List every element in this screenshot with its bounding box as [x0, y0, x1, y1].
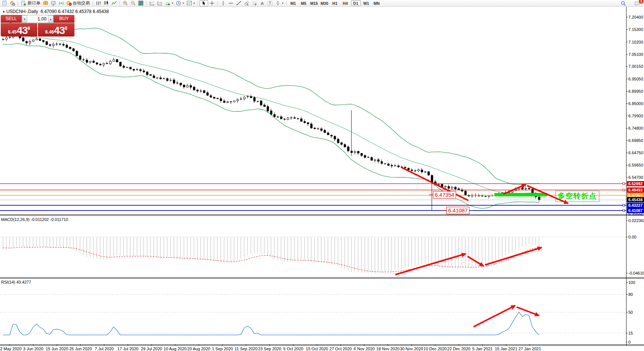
one-click-trading-panel: SELL ▼ ▲ BUY 6.45 43 8 6.46 43 8: [1, 15, 74, 37]
date-axis-label: 1 Sep 2020: [212, 347, 233, 351]
price-axis-label: 7.15300: [628, 27, 643, 32]
price-axis-label: 6.95050: [628, 77, 643, 81]
date-axis-label: 17 Jul 2020: [117, 347, 138, 351]
rsi-indicator-label: RSI(14) 43.4277: [1, 280, 31, 284]
rsi-trend-arrow[interactable]: [517, 307, 539, 316]
price-badge: 6.41087: [627, 208, 644, 213]
macd-indicator-label: MACD(12,26,9) -0.011202 -0.011710: [1, 217, 68, 222]
date-axis-label: 15 Oct 2020: [306, 347, 328, 351]
date-axis-label: 22 May 2020: [0, 347, 22, 351]
level-line-handle[interactable]: [623, 183, 625, 184]
date-axis-label: 27 Oct 2020: [329, 347, 352, 351]
price-badge: 6.49493: [627, 187, 644, 193]
date-axis-label: 11 Sep 2020: [235, 347, 258, 351]
date-axis-label: 15 Jan 2021: [495, 347, 517, 351]
buy-price-button[interactable]: 6.46 43 8: [38, 23, 74, 37]
buy-price-prefix: 6.46: [45, 29, 54, 35]
sell-price-button[interactable]: 6.45 43 8: [1, 23, 37, 37]
level-line-handle[interactable]: [623, 209, 625, 211]
macd-axis-label: 0.00: [628, 235, 636, 239]
date-axis-label: 10 Aug 2020: [164, 347, 187, 351]
volume-stepper: ▼ ▲: [22, 15, 54, 23]
buy-price-big: 43: [54, 26, 65, 35]
price-axis-label: 6.74800: [628, 126, 643, 130]
price-badge: 6.52092: [627, 181, 644, 186]
price-axis-label: 7.10200: [628, 40, 643, 44]
green-highlight-bar[interactable]: [494, 193, 547, 196]
date-axis-label: 22 Dec 2020: [447, 347, 470, 351]
rsi-axis-label: 80: [628, 292, 633, 297]
price-tag-label[interactable]: 6.47354: [433, 191, 456, 199]
bull-bear-turning-point-note[interactable]: 多空转折点: [555, 191, 599, 202]
price-badge: 6.43227: [627, 203, 644, 208]
chart-canvas[interactable]: [0, 0, 644, 351]
date-axis-label: 7 Jul 2020: [95, 347, 114, 351]
price-tag-label[interactable]: 6.41087: [446, 207, 469, 214]
price-axis-label: 7.05100: [628, 52, 643, 57]
date-axis-label: 18 Nov 2020: [376, 347, 399, 351]
sell-price-pip: 8: [28, 26, 30, 31]
sell-price-prefix: 6.45: [8, 29, 16, 35]
buy-price-pip: 8: [65, 26, 67, 31]
application-window: 新订单自动交易▾▾▾EFAT▾M1M5M15M30H1H4D1W1MN1 ▲US…: [0, 0, 644, 351]
volume-input[interactable]: [27, 15, 48, 22]
date-axis-label: 5 Jan 2021: [472, 347, 492, 351]
macd-axis-label: -0.046165: [628, 271, 644, 275]
price-axis-label: 7.00150: [628, 64, 643, 69]
date-axis-label: 15 Jun 2020: [46, 347, 68, 351]
rsi-axis-label: 0: [628, 340, 631, 344]
price-axis-label: 6.79900: [628, 114, 643, 118]
date-axis-label: 23 Sep 2020: [258, 347, 281, 351]
level-line-handle[interactable]: [623, 204, 625, 206]
date-axis-label: 20 Aug 2020: [187, 347, 210, 351]
price-badge: 6.45438: [627, 197, 644, 202]
volume-increase-button[interactable]: ▲: [48, 15, 53, 22]
price-axis-label: 6.59650: [628, 163, 643, 167]
rsi-trend-arrow[interactable]: [474, 306, 515, 327]
date-axis-label: 30 Nov 2020: [400, 347, 423, 351]
buy-button[interactable]: BUY: [54, 15, 74, 23]
rsi-axis-label: 50: [628, 310, 633, 314]
date-axis-label: 5 Oct 2020: [283, 347, 303, 351]
date-axis-label: 27 Jan 2021: [519, 347, 541, 351]
date-axis-label: 3 Jun 2020: [23, 347, 43, 351]
level-line-handle[interactable]: [623, 189, 625, 191]
volume-decrease-button[interactable]: ▼: [22, 15, 27, 22]
bollinger-upper-band: [3, 20, 539, 184]
sell-button[interactable]: SELL: [1, 15, 22, 23]
date-axis-label: 10 Dec 2020: [424, 347, 447, 351]
rsi-axis-label: 15: [628, 331, 633, 335]
macd-trend-arrow[interactable]: [485, 247, 542, 265]
price-axis-label: 6.64750: [628, 151, 643, 155]
rsi-line: [3, 312, 539, 335]
date-axis-label: 29 Jul 2020: [141, 347, 162, 351]
bearish-candles: [16, 34, 540, 200]
price-axis-label: 6.85000: [628, 101, 643, 106]
price-axis-label: 6.54700: [628, 175, 643, 180]
price-axis-label: 6.69850: [628, 138, 643, 143]
rsi-axis-label: 100: [628, 280, 635, 285]
date-axis-label: 25 Jun 2020: [69, 347, 92, 351]
date-axis-label: 6 Nov 2020: [354, 347, 374, 351]
price-axis-label: 7.20400: [628, 15, 643, 19]
sell-price-big: 43: [17, 26, 28, 35]
macd-axis-label: 0.022362: [628, 218, 644, 223]
price-axis-label: 6.89950: [628, 89, 643, 94]
